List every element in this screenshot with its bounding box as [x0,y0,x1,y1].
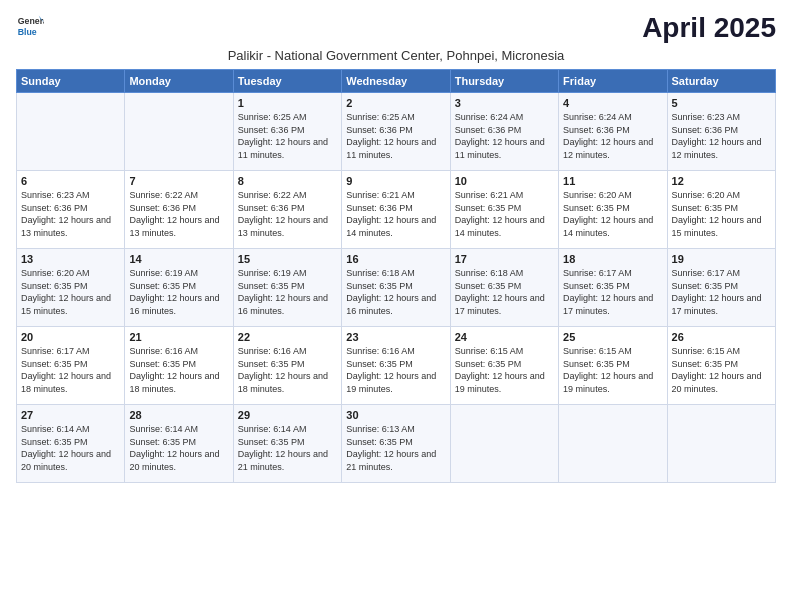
sunrise-text: Sunrise: 6:24 AM [455,112,524,122]
day-number: 6 [21,175,120,187]
daylight-text: Daylight: 12 hours and 18 minutes. [238,371,328,394]
sunrise-text: Sunrise: 6:19 AM [129,268,198,278]
sunset-text: Sunset: 6:36 PM [238,125,305,135]
svg-text:Blue: Blue [18,27,37,37]
day-number: 30 [346,409,445,421]
cell-info: Sunrise: 6:23 AMSunset: 6:36 PMDaylight:… [21,189,120,239]
cell-info: Sunrise: 6:19 AMSunset: 6:35 PMDaylight:… [129,267,228,317]
cell-info: Sunrise: 6:25 AMSunset: 6:36 PMDaylight:… [346,111,445,161]
sunrise-text: Sunrise: 6:15 AM [455,346,524,356]
sunset-text: Sunset: 6:35 PM [238,437,305,447]
sunset-text: Sunset: 6:35 PM [563,281,630,291]
calendar-page: General Blue April 2025 Palikir - Nation… [0,0,792,612]
calendar-cell: 6Sunrise: 6:23 AMSunset: 6:36 PMDaylight… [17,171,125,249]
sunset-text: Sunset: 6:35 PM [455,203,522,213]
logo-inner: General Blue [16,12,44,40]
daylight-text: Daylight: 12 hours and 21 minutes. [238,449,328,472]
day-number: 3 [455,97,554,109]
calendar-cell: 25Sunrise: 6:15 AMSunset: 6:35 PMDayligh… [559,327,667,405]
day-number: 18 [563,253,662,265]
calendar-cell: 19Sunrise: 6:17 AMSunset: 6:35 PMDayligh… [667,249,775,327]
sunset-text: Sunset: 6:36 PM [346,203,413,213]
header-sunday: Sunday [17,70,125,93]
day-number: 20 [21,331,120,343]
sunset-text: Sunset: 6:36 PM [21,203,88,213]
calendar-week-row: 1Sunrise: 6:25 AMSunset: 6:36 PMDaylight… [17,93,776,171]
day-number: 17 [455,253,554,265]
sunrise-text: Sunrise: 6:14 AM [129,424,198,434]
sunset-text: Sunset: 6:35 PM [455,281,522,291]
calendar-cell [125,93,233,171]
daylight-text: Daylight: 12 hours and 14 minutes. [455,215,545,238]
sunrise-text: Sunrise: 6:15 AM [672,346,741,356]
sunrise-text: Sunrise: 6:17 AM [21,346,90,356]
daylight-text: Daylight: 12 hours and 15 minutes. [21,293,111,316]
sunset-text: Sunset: 6:35 PM [563,203,630,213]
calendar-cell: 29Sunrise: 6:14 AMSunset: 6:35 PMDayligh… [233,405,341,483]
daylight-text: Daylight: 12 hours and 18 minutes. [21,371,111,394]
header-monday: Monday [125,70,233,93]
sunrise-text: Sunrise: 6:13 AM [346,424,415,434]
day-number: 1 [238,97,337,109]
cell-info: Sunrise: 6:20 AMSunset: 6:35 PMDaylight:… [563,189,662,239]
sunset-text: Sunset: 6:35 PM [346,359,413,369]
daylight-text: Daylight: 12 hours and 19 minutes. [563,371,653,394]
day-number: 24 [455,331,554,343]
cell-info: Sunrise: 6:21 AMSunset: 6:36 PMDaylight:… [346,189,445,239]
calendar-title: April 2025 [642,12,776,44]
daylight-text: Daylight: 12 hours and 19 minutes. [455,371,545,394]
header-thursday: Thursday [450,70,558,93]
day-number: 23 [346,331,445,343]
sunset-text: Sunset: 6:36 PM [563,125,630,135]
calendar-cell: 5Sunrise: 6:23 AMSunset: 6:36 PMDaylight… [667,93,775,171]
calendar-table: Sunday Monday Tuesday Wednesday Thursday… [16,69,776,483]
header-friday: Friday [559,70,667,93]
cell-info: Sunrise: 6:18 AMSunset: 6:35 PMDaylight:… [346,267,445,317]
calendar-cell: 21Sunrise: 6:16 AMSunset: 6:35 PMDayligh… [125,327,233,405]
generalblue-logo-icon: General Blue [16,12,44,40]
daylight-text: Daylight: 12 hours and 19 minutes. [346,371,436,394]
calendar-cell: 7Sunrise: 6:22 AMSunset: 6:36 PMDaylight… [125,171,233,249]
calendar-cell: 26Sunrise: 6:15 AMSunset: 6:35 PMDayligh… [667,327,775,405]
header: General Blue April 2025 [16,12,776,44]
cell-info: Sunrise: 6:15 AMSunset: 6:35 PMDaylight:… [455,345,554,395]
sunset-text: Sunset: 6:36 PM [672,125,739,135]
calendar-cell: 28Sunrise: 6:14 AMSunset: 6:35 PMDayligh… [125,405,233,483]
sunset-text: Sunset: 6:36 PM [238,203,305,213]
calendar-cell: 3Sunrise: 6:24 AMSunset: 6:36 PMDaylight… [450,93,558,171]
cell-info: Sunrise: 6:18 AMSunset: 6:35 PMDaylight:… [455,267,554,317]
sunset-text: Sunset: 6:35 PM [672,359,739,369]
cell-info: Sunrise: 6:22 AMSunset: 6:36 PMDaylight:… [238,189,337,239]
sunrise-text: Sunrise: 6:19 AM [238,268,307,278]
cell-info: Sunrise: 6:24 AMSunset: 6:36 PMDaylight:… [563,111,662,161]
cell-info: Sunrise: 6:22 AMSunset: 6:36 PMDaylight:… [129,189,228,239]
sunrise-text: Sunrise: 6:24 AM [563,112,632,122]
sunrise-text: Sunrise: 6:20 AM [21,268,90,278]
cell-info: Sunrise: 6:16 AMSunset: 6:35 PMDaylight:… [346,345,445,395]
sunrise-text: Sunrise: 6:17 AM [672,268,741,278]
day-number: 28 [129,409,228,421]
sunset-text: Sunset: 6:35 PM [672,281,739,291]
calendar-cell: 14Sunrise: 6:19 AMSunset: 6:35 PMDayligh… [125,249,233,327]
sunrise-text: Sunrise: 6:14 AM [21,424,90,434]
day-number: 12 [672,175,771,187]
day-number: 27 [21,409,120,421]
sunrise-text: Sunrise: 6:21 AM [346,190,415,200]
calendar-cell: 8Sunrise: 6:22 AMSunset: 6:36 PMDaylight… [233,171,341,249]
sunrise-text: Sunrise: 6:15 AM [563,346,632,356]
header-tuesday: Tuesday [233,70,341,93]
sunrise-text: Sunrise: 6:16 AM [346,346,415,356]
sunset-text: Sunset: 6:35 PM [455,359,522,369]
daylight-text: Daylight: 12 hours and 16 minutes. [346,293,436,316]
daylight-text: Daylight: 12 hours and 17 minutes. [563,293,653,316]
sunrise-text: Sunrise: 6:18 AM [346,268,415,278]
day-number: 25 [563,331,662,343]
day-number: 11 [563,175,662,187]
calendar-cell: 27Sunrise: 6:14 AMSunset: 6:35 PMDayligh… [17,405,125,483]
sunrise-text: Sunrise: 6:21 AM [455,190,524,200]
cell-info: Sunrise: 6:17 AMSunset: 6:35 PMDaylight:… [563,267,662,317]
daylight-text: Daylight: 12 hours and 18 minutes. [129,371,219,394]
calendar-week-row: 13Sunrise: 6:20 AMSunset: 6:35 PMDayligh… [17,249,776,327]
daylight-text: Daylight: 12 hours and 15 minutes. [672,215,762,238]
daylight-text: Daylight: 12 hours and 14 minutes. [346,215,436,238]
